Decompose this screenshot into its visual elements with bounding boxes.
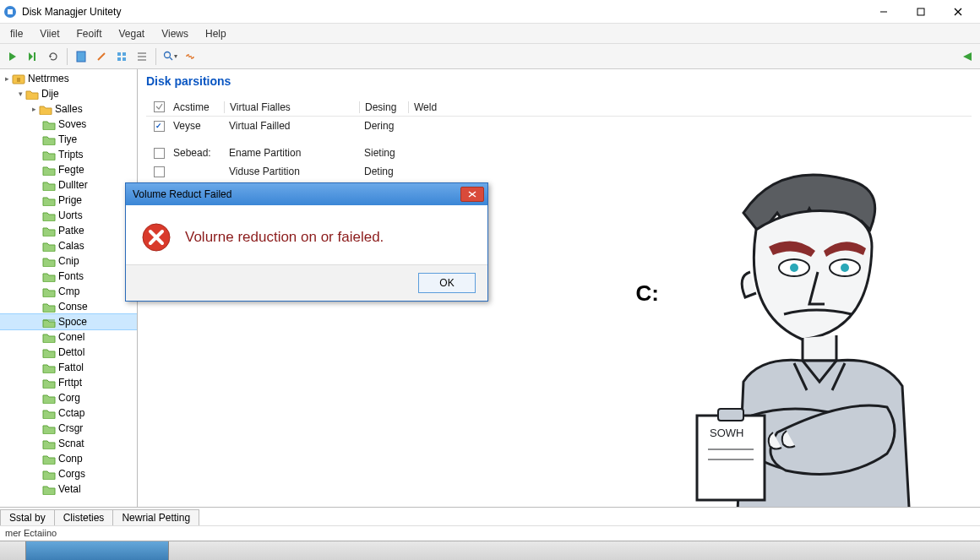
folder-icon xyxy=(42,286,56,297)
tb-find-icon[interactable]: ▾ xyxy=(161,47,179,66)
tree-item-label: Calas xyxy=(58,240,84,252)
chevron-right-icon[interactable]: ▸ xyxy=(29,105,39,113)
table-row[interactable]: VeyseVirtual FailledDering xyxy=(146,117,972,135)
minimize-button[interactable] xyxy=(865,2,902,22)
folder-icon xyxy=(42,195,56,206)
tb-step-icon[interactable] xyxy=(24,47,42,66)
tree-item-label: Tripts xyxy=(58,149,84,160)
tb-edit-icon[interactable] xyxy=(92,47,111,66)
tree-item[interactable]: Patke xyxy=(0,223,137,238)
tree-item[interactable]: Soves xyxy=(0,117,137,132)
menu-vegat[interactable]: Vegat xyxy=(111,25,154,42)
tb-play-icon[interactable] xyxy=(3,47,22,66)
tree-item[interactable]: Tripts xyxy=(0,147,137,162)
status-tabs: Sstal by Clisteties Newrial Petting xyxy=(0,507,980,525)
cell-c: Deting xyxy=(359,166,408,177)
status-tab-0[interactable]: Sstal by xyxy=(0,509,55,525)
tree-item[interactable]: Fonts xyxy=(0,269,137,284)
folder-icon xyxy=(42,469,56,480)
tb-refresh-icon[interactable] xyxy=(44,47,63,66)
tb-doc-icon[interactable] xyxy=(72,47,90,66)
tree-item-label: Frttpt xyxy=(58,377,82,389)
folder-icon xyxy=(42,165,56,176)
svg-marker-6 xyxy=(9,52,16,61)
tree-item-label: Cmp xyxy=(58,285,79,297)
tree-dije[interactable]: ▾ Dije xyxy=(0,86,137,101)
tb-back-arrow-icon[interactable] xyxy=(958,47,977,66)
statusbar: mer Ectaiino xyxy=(0,525,980,541)
status-tab-1[interactable]: Clisteties xyxy=(54,509,114,525)
maximize-button[interactable] xyxy=(902,2,939,22)
col-acstime[interactable]: Acstime xyxy=(172,101,224,113)
tree-item[interactable]: Dullter xyxy=(0,177,137,193)
tree-item[interactable]: Scnat xyxy=(0,436,137,451)
header-checkbox[interactable] xyxy=(154,101,165,112)
tree-item[interactable]: Corg xyxy=(0,390,137,405)
menu-viiet[interactable]: Viiet xyxy=(31,25,68,42)
tb-list-icon[interactable] xyxy=(133,47,151,66)
tree-item[interactable]: Tiye xyxy=(0,132,137,147)
folder-icon xyxy=(42,150,56,160)
status-tab-2[interactable]: Newrial Petting xyxy=(112,509,199,525)
svg-rect-10 xyxy=(77,52,85,62)
tree-item-label: Vetal xyxy=(58,483,81,495)
svg-line-11 xyxy=(98,53,105,60)
tree-item[interactable]: Prige xyxy=(0,193,137,208)
tree-item[interactable]: Vetal xyxy=(0,481,137,497)
close-button[interactable] xyxy=(939,2,977,22)
menu-help[interactable]: Help xyxy=(197,25,235,42)
tree-item-label: Fegte xyxy=(58,164,84,176)
folder-icon xyxy=(39,104,52,115)
content-heading: Disk parsitions xyxy=(138,69,980,93)
menubar: file Viiet Feoift Vegat Views Help xyxy=(0,24,980,44)
tree-item[interactable]: Calas xyxy=(0,238,137,253)
tree-item[interactable]: Cmp xyxy=(0,284,137,299)
table-row[interactable]: Sebead:Ename PartitionSieting xyxy=(146,144,972,162)
dialog-ok-button[interactable]: OK xyxy=(418,273,476,293)
chevron-down-icon[interactable]: ▾ xyxy=(15,90,25,98)
col-desing[interactable]: Desing xyxy=(359,101,408,113)
sidebar-tree[interactable]: ▸ Nettrmes ▾ Dije ▸ Salles SovesTiyeTrip… xyxy=(0,69,138,507)
lock-folder-icon xyxy=(12,73,25,84)
tb-link-icon[interactable] xyxy=(181,47,199,66)
dialog-message: Volurne reduction on or faieled. xyxy=(185,229,384,246)
folder-icon xyxy=(42,332,56,343)
tree-root[interactable]: ▸ Nettrmes xyxy=(0,71,137,86)
cell-c: Sieting xyxy=(359,147,408,159)
col-weld[interactable]: Weld xyxy=(408,101,459,113)
tree-item[interactable]: Conse xyxy=(0,299,137,314)
folder-icon xyxy=(42,408,56,419)
col-virtual[interactable]: Virtual Fialles xyxy=(224,101,359,113)
tree-item[interactable]: Cctap xyxy=(0,405,137,421)
tree-item[interactable]: Crsgr xyxy=(0,421,137,436)
tree-item[interactable]: Frttpt xyxy=(0,375,137,390)
menu-feoift[interactable]: Feoift xyxy=(68,25,110,42)
tree-item[interactable]: Conel xyxy=(0,329,137,345)
tree-item-label: Fattol xyxy=(58,362,84,373)
drive-letter-label: C: xyxy=(636,280,659,307)
row-checkbox[interactable] xyxy=(154,166,165,177)
menu-file[interactable]: file xyxy=(2,25,31,42)
dialog-titlebar[interactable]: Volume Reduct Failed xyxy=(126,183,487,205)
tree-item[interactable]: Conp xyxy=(0,451,137,466)
tree-item[interactable]: Fegte xyxy=(0,162,137,177)
chevron-right-icon[interactable]: ▸ xyxy=(2,74,12,83)
dialog-close-button[interactable] xyxy=(460,187,484,202)
tree-item[interactable]: Cnip xyxy=(0,253,137,269)
tree-item[interactable]: Uorts xyxy=(0,208,137,223)
tb-grid-icon[interactable] xyxy=(112,47,131,66)
row-checkbox[interactable] xyxy=(154,121,165,132)
tree-item-selected[interactable]: Spoce xyxy=(0,314,137,329)
tree-item[interactable]: Corgs xyxy=(0,466,137,481)
tree-item[interactable]: Dettol xyxy=(0,345,137,360)
toolbar: ▾ xyxy=(0,44,980,69)
table-header-row: Acstime Virtual Fialles Desing Weld xyxy=(146,98,972,117)
folder-icon xyxy=(42,423,56,434)
svg-marker-9 xyxy=(49,56,52,58)
taskbar-active-task[interactable] xyxy=(25,541,169,560)
menu-views[interactable]: Views xyxy=(153,25,197,42)
tree-salles[interactable]: ▸ Salles xyxy=(0,101,137,117)
tree-item-label: Patke xyxy=(58,225,84,237)
row-checkbox[interactable] xyxy=(154,148,165,159)
tree-item[interactable]: Fattol xyxy=(0,360,137,375)
